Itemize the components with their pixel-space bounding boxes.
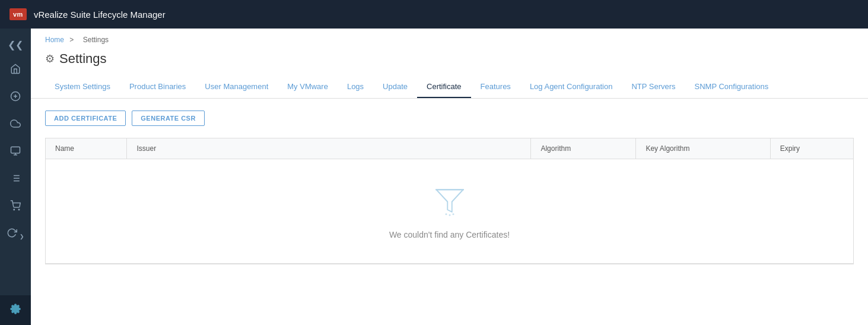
generate-csr-button[interactable]: GENERATE CSR bbox=[132, 111, 205, 126]
empty-state-message: We couldn't find any Certificates! bbox=[389, 230, 510, 239]
tab-ntp-servers[interactable]: NTP Servers bbox=[622, 76, 685, 98]
tab-certificate[interactable]: Certificate bbox=[417, 76, 471, 98]
sidebar: ❮❮ ❯ bbox=[0, 29, 31, 325]
sidebar-item-marketplace[interactable] bbox=[0, 138, 31, 166]
sidebar-toggle[interactable]: ❮❮ bbox=[0, 33, 31, 56]
sidebar-item-lifecycle[interactable]: ❯ bbox=[0, 220, 31, 248]
tab-system-settings[interactable]: System Settings bbox=[45, 76, 120, 98]
column-header-name: Name bbox=[46, 138, 127, 159]
tab-log-agent-configuration[interactable]: Log Agent Configuration bbox=[520, 76, 622, 98]
vm-logo: vm bbox=[9, 8, 27, 20]
tab-product-binaries[interactable]: Product Binaries bbox=[120, 76, 195, 98]
table-header-row: Name Issuer Algorithm Key Algorithm Expi… bbox=[46, 138, 854, 159]
tab-update[interactable]: Update bbox=[373, 76, 417, 98]
breadcrumb: Home > Settings bbox=[31, 29, 868, 46]
sidebar-bottom bbox=[0, 295, 31, 325]
svg-point-12 bbox=[14, 209, 15, 210]
certificate-content: ADD CERTIFICATE GENERATE CSR Name Issuer… bbox=[31, 99, 868, 297]
empty-state-icon bbox=[432, 183, 468, 220]
tab-features[interactable]: Features bbox=[471, 76, 520, 98]
sidebar-item-settings[interactable] bbox=[0, 295, 31, 325]
svg-point-17 bbox=[452, 213, 454, 215]
tab-snmp-configurations[interactable]: SNMP Configurations bbox=[685, 76, 778, 98]
action-buttons: ADD CERTIFICATE GENERATE CSR bbox=[45, 111, 854, 126]
column-header-issuer: Issuer bbox=[127, 138, 531, 159]
sidebar-item-cloud[interactable] bbox=[0, 111, 31, 138]
empty-state: We couldn't find any Certificates! bbox=[46, 159, 853, 263]
column-header-expiry: Expiry bbox=[770, 138, 853, 159]
sidebar-item-home[interactable] bbox=[0, 56, 31, 84]
sidebar-item-list[interactable] bbox=[0, 166, 31, 193]
page-title: Settings bbox=[59, 51, 107, 67]
tab-logs[interactable]: Logs bbox=[338, 76, 373, 98]
empty-state-row: We couldn't find any Certificates! bbox=[46, 159, 854, 264]
column-header-key-algorithm: Key Algorithm bbox=[636, 138, 770, 159]
add-certificate-button[interactable]: ADD CERTIFICATE bbox=[45, 111, 126, 126]
tab-user-management[interactable]: User Management bbox=[195, 76, 278, 98]
tab-my-vmware[interactable]: My VMware bbox=[278, 76, 338, 98]
tab-bar: System Settings Product Binaries User Ma… bbox=[31, 76, 868, 99]
table-footer bbox=[45, 264, 854, 285]
sidebar-item-cart[interactable] bbox=[0, 193, 31, 220]
svg-point-13 bbox=[18, 209, 20, 210]
column-header-algorithm: Algorithm bbox=[531, 138, 636, 159]
app-title: vRealize Suite Lifecycle Manager bbox=[34, 10, 166, 20]
breadcrumb-separator: > bbox=[69, 36, 74, 44]
settings-gear-icon: ⚙ bbox=[45, 52, 55, 65]
breadcrumb-current: Settings bbox=[83, 36, 109, 44]
layout: ❮❮ ❯ Home bbox=[0, 29, 868, 325]
page-header: ⚙ Settings bbox=[31, 46, 868, 76]
main-content: Home > Settings ⚙ Settings System Settin… bbox=[31, 29, 868, 325]
svg-point-16 bbox=[449, 214, 450, 216]
top-navigation: vm vRealize Suite Lifecycle Manager bbox=[0, 0, 868, 29]
sidebar-item-add[interactable] bbox=[0, 84, 31, 111]
svg-point-15 bbox=[445, 213, 447, 215]
breadcrumb-home[interactable]: Home bbox=[45, 36, 64, 44]
svg-rect-3 bbox=[11, 147, 20, 153]
certificates-table: Name Issuer Algorithm Key Algorithm Expi… bbox=[45, 138, 854, 264]
